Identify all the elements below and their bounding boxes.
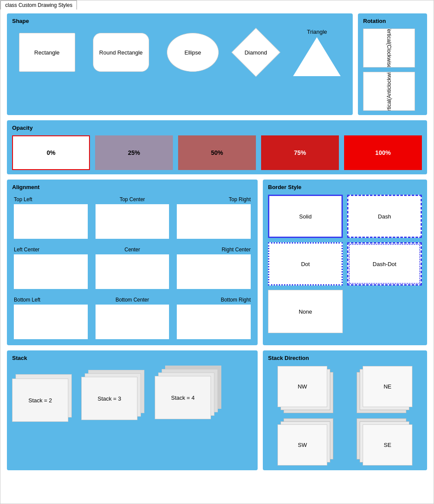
stackdir-nw-item: NW [268, 366, 342, 413]
opacity-50: 50% [178, 135, 256, 170]
stack-direction-grid: NW NE [268, 366, 422, 466]
border-style-grid: Solid Dash Dot Dash-Dot None [268, 195, 422, 333]
shape-round-rectangle: Round Rectangle [93, 33, 149, 72]
opacity-row: 0% 25% 50% 75% 100% [12, 135, 422, 170]
page-title: class Custom Drawing Styles [0, 0, 77, 10]
border-dashdot: Dash-Dot [347, 242, 422, 286]
stackdir-nw-visual: NW [277, 366, 333, 413]
shape-diamond-wrapper: Diamond [236, 33, 275, 72]
stackdir-ne-item: NE [348, 366, 422, 413]
shape-ellipse: Ellipse [167, 33, 219, 72]
stack-4-front: Stack = 4 [155, 376, 211, 419]
shape-panel-label: Shape [12, 18, 348, 24]
align-top-center: Top Center [94, 195, 171, 241]
alignment-panel: Alignment Top Left Top Center Top Right [7, 180, 258, 345]
opacity-100: 100% [344, 135, 422, 170]
opacity-25: 25% [95, 135, 173, 170]
align-bottom-right: Bottom Right [175, 295, 252, 341]
border-style-panel: Border Style Solid Dash Dot Dash-Dot Non… [263, 180, 427, 345]
stackdir-sw-visual: SW [277, 418, 333, 466]
rotation-ccw: Vertical(Anticlockwise) [363, 72, 415, 111]
align-top-right-box [177, 204, 251, 239]
stack-2-visual: Stack = 2 [12, 374, 73, 422]
stack-2-item: Stack = 2 [12, 374, 73, 422]
border-dash: Dash [347, 195, 422, 238]
stack-panel-label: Stack [12, 355, 252, 361]
shape-row: Rectangle Round Rectangle Ellipse Diamon… [12, 29, 348, 76]
align-left-center-box [14, 254, 88, 289]
align-bottom-center: Bottom Center [94, 295, 171, 341]
opacity-0: 0% [12, 135, 90, 170]
stack-4-visual: Stack = 4 [155, 366, 224, 422]
stack-3-front: Stack = 3 [81, 377, 137, 420]
align-right-center: Right Center [175, 245, 252, 291]
stack-2-front: Stack = 2 [12, 379, 68, 422]
stackdir-se-item: SE [348, 418, 422, 466]
stack-3-item: Stack = 3 [81, 370, 146, 422]
align-top-right: Top Right [175, 195, 252, 241]
stackdir-se-visual: SE [357, 418, 413, 466]
stackdir-ne-visual: NE [357, 366, 413, 413]
opacity-panel-label: Opacity [12, 125, 422, 131]
stack-panel: Stack Stack = 2 [7, 350, 258, 470]
align-bottom-left: Bottom Left [12, 295, 89, 341]
stackdir-sw-item: SW [268, 418, 342, 466]
alignment-grid: Top Left Top Center Top Right Left Cente… [12, 195, 252, 341]
stack-direction-panel: Stack Direction NW [263, 350, 427, 470]
shape-panel: Shape Rectangle Round Rectangle Ellipse … [7, 13, 353, 115]
stack-direction-panel-label: Stack Direction [268, 355, 422, 361]
shape-diamond: Diamond [232, 28, 281, 77]
align-center: Center [94, 245, 171, 291]
stack-4-item: Stack = 4 [155, 366, 224, 422]
rotation-panel: Rotation Vertical(Clockwise) Vertical(An… [358, 13, 427, 115]
shape-rectangle: Rectangle [19, 33, 75, 72]
border-style-panel-label: Border Style [268, 184, 422, 190]
align-top-center-box [96, 204, 169, 239]
shape-triangle-wrapper: Triangle [293, 29, 341, 76]
border-dot: Dot [268, 242, 343, 286]
align-bottom-center-box [96, 305, 169, 339]
align-right-center-box [177, 254, 251, 289]
rotation-panel-label: Rotation [363, 18, 422, 24]
shape-triangle [293, 37, 341, 76]
stack-3-visual: Stack = 3 [81, 370, 146, 422]
rotation-cw: Vertical(Clockwise) [363, 29, 415, 67]
align-bottom-left-box [14, 305, 88, 339]
border-solid: Solid [268, 195, 343, 238]
opacity-panel: Opacity 0% 25% 50% 75% 100% [7, 120, 427, 174]
opacity-75: 75% [261, 135, 339, 170]
align-top-left-box [14, 204, 88, 239]
align-left-center: Left Center [12, 245, 89, 291]
alignment-panel-label: Alignment [12, 184, 252, 190]
stack-row: Stack = 2 Stack = 3 [12, 366, 252, 422]
align-center-box [96, 254, 169, 289]
rotation-items: Vertical(Clockwise) Vertical(Anticlockwi… [363, 29, 422, 111]
align-bottom-right-box [177, 305, 251, 339]
align-top-left: Top Left [12, 195, 89, 241]
border-none: None [268, 290, 343, 333]
